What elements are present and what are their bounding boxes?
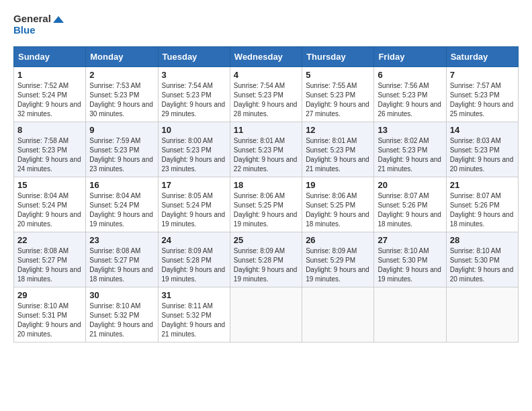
day-number: 9 <box>89 125 154 135</box>
calendar-table: SundayMondayTuesdayWednesdayThursdayFrid… <box>13 46 519 342</box>
day-number: 28 <box>450 235 515 245</box>
day-number: 19 <box>306 180 370 190</box>
calendar-cell: 6Sunrise: 7:56 AM Sunset: 5:23 PM Daylig… <box>374 67 446 122</box>
day-number: 30 <box>89 290 154 300</box>
day-info: Sunrise: 8:06 AM Sunset: 5:25 PM Dayligh… <box>234 191 298 229</box>
day-info: Sunrise: 8:01 AM Sunset: 5:23 PM Dayligh… <box>234 136 298 174</box>
day-number: 23 <box>89 235 154 245</box>
day-number: 20 <box>378 180 442 190</box>
day-number: 10 <box>162 125 226 135</box>
calendar-cell: 22Sunrise: 8:08 AM Sunset: 5:27 PM Dayli… <box>14 232 86 287</box>
calendar-cell: 28Sunrise: 8:10 AM Sunset: 5:30 PM Dayli… <box>446 232 518 287</box>
day-number: 13 <box>378 125 442 135</box>
calendar-header-thursday: Thursday <box>302 47 374 67</box>
calendar-cell: 7Sunrise: 7:57 AM Sunset: 5:23 PM Daylig… <box>446 67 518 122</box>
calendar-cell: 10Sunrise: 8:00 AM Sunset: 5:23 PM Dayli… <box>158 122 230 177</box>
day-number: 17 <box>162 180 226 190</box>
day-info: Sunrise: 8:04 AM Sunset: 5:24 PM Dayligh… <box>89 191 154 229</box>
day-info: Sunrise: 8:06 AM Sunset: 5:25 PM Dayligh… <box>306 191 370 229</box>
calendar-cell: 8Sunrise: 7:58 AM Sunset: 5:23 PM Daylig… <box>14 122 86 177</box>
calendar-cell: 14Sunrise: 8:03 AM Sunset: 5:23 PM Dayli… <box>446 122 518 177</box>
day-info: Sunrise: 8:10 AM Sunset: 5:32 PM Dayligh… <box>89 302 154 339</box>
day-info: Sunrise: 8:10 AM Sunset: 5:30 PM Dayligh… <box>450 246 515 284</box>
calendar-header-saturday: Saturday <box>446 47 518 67</box>
calendar-cell: 5Sunrise: 7:55 AM Sunset: 5:23 PM Daylig… <box>302 67 374 122</box>
day-number: 14 <box>450 125 515 135</box>
day-info: Sunrise: 8:08 AM Sunset: 5:27 PM Dayligh… <box>17 246 82 284</box>
day-info: Sunrise: 8:07 AM Sunset: 5:26 PM Dayligh… <box>450 191 515 229</box>
calendar-cell: 19Sunrise: 8:06 AM Sunset: 5:25 PM Dayli… <box>302 177 374 232</box>
day-info: Sunrise: 8:09 AM Sunset: 5:28 PM Dayligh… <box>162 246 226 284</box>
calendar-cell: 9Sunrise: 7:59 AM Sunset: 5:23 PM Daylig… <box>86 122 158 177</box>
calendar-header-wednesday: Wednesday <box>230 47 302 67</box>
calendar-cell: 31Sunrise: 8:11 AM Sunset: 5:32 PM Dayli… <box>158 287 230 342</box>
day-info: Sunrise: 8:10 AM Sunset: 5:30 PM Dayligh… <box>378 246 442 284</box>
calendar-cell: 29Sunrise: 8:10 AM Sunset: 5:31 PM Dayli… <box>14 287 86 342</box>
calendar-cell: 21Sunrise: 8:07 AM Sunset: 5:26 PM Dayli… <box>446 177 518 232</box>
day-number: 7 <box>450 70 515 80</box>
day-number: 4 <box>234 70 298 80</box>
day-info: Sunrise: 8:03 AM Sunset: 5:23 PM Dayligh… <box>450 136 515 174</box>
calendar-cell: 1Sunrise: 7:52 AM Sunset: 5:24 PM Daylig… <box>14 67 86 122</box>
day-info: Sunrise: 8:11 AM Sunset: 5:32 PM Dayligh… <box>162 302 226 339</box>
calendar-week-row: 15Sunrise: 8:04 AM Sunset: 5:24 PM Dayli… <box>14 177 519 232</box>
day-info: Sunrise: 7:52 AM Sunset: 5:24 PM Dayligh… <box>17 81 82 119</box>
day-info: Sunrise: 8:02 AM Sunset: 5:23 PM Dayligh… <box>378 136 442 174</box>
calendar-cell: 23Sunrise: 8:08 AM Sunset: 5:27 PM Dayli… <box>86 232 158 287</box>
day-info: Sunrise: 7:55 AM Sunset: 5:23 PM Dayligh… <box>306 81 370 119</box>
calendar-cell: 24Sunrise: 8:09 AM Sunset: 5:28 PM Dayli… <box>158 232 230 287</box>
day-number: 16 <box>89 180 154 190</box>
day-info: Sunrise: 7:57 AM Sunset: 5:23 PM Dayligh… <box>450 81 515 119</box>
calendar-cell: 20Sunrise: 8:07 AM Sunset: 5:26 PM Dayli… <box>374 177 446 232</box>
calendar-cell: 30Sunrise: 8:10 AM Sunset: 5:32 PM Dayli… <box>86 287 158 342</box>
day-number: 24 <box>162 235 226 245</box>
calendar-cell: 16Sunrise: 8:04 AM Sunset: 5:24 PM Dayli… <box>86 177 158 232</box>
calendar-cell: 25Sunrise: 8:09 AM Sunset: 5:28 PM Dayli… <box>230 232 302 287</box>
day-info: Sunrise: 7:53 AM Sunset: 5:23 PM Dayligh… <box>89 81 154 119</box>
calendar-week-row: 8Sunrise: 7:58 AM Sunset: 5:23 PM Daylig… <box>14 122 519 177</box>
calendar-cell: 11Sunrise: 8:01 AM Sunset: 5:23 PM Dayli… <box>230 122 302 177</box>
day-info: Sunrise: 8:08 AM Sunset: 5:27 PM Dayligh… <box>89 246 154 284</box>
calendar-header-monday: Monday <box>86 47 158 67</box>
day-info: Sunrise: 8:04 AM Sunset: 5:24 PM Dayligh… <box>17 191 82 229</box>
day-info: Sunrise: 7:54 AM Sunset: 5:23 PM Dayligh… <box>162 81 226 119</box>
day-number: 1 <box>17 70 82 80</box>
day-number: 6 <box>378 70 442 80</box>
day-info: Sunrise: 7:59 AM Sunset: 5:23 PM Dayligh… <box>89 136 154 174</box>
calendar-cell: 13Sunrise: 8:02 AM Sunset: 5:23 PM Dayli… <box>374 122 446 177</box>
day-number: 27 <box>378 235 442 245</box>
calendar-header-sunday: Sunday <box>14 47 86 67</box>
calendar-cell <box>374 287 446 342</box>
calendar-cell: 3Sunrise: 7:54 AM Sunset: 5:23 PM Daylig… <box>158 67 230 122</box>
day-number: 21 <box>450 180 515 190</box>
day-info: Sunrise: 8:09 AM Sunset: 5:28 PM Dayligh… <box>234 246 298 284</box>
page-header: General Blue <box>13 13 519 36</box>
day-number: 22 <box>17 235 82 245</box>
day-info: Sunrise: 7:58 AM Sunset: 5:23 PM Dayligh… <box>17 136 82 174</box>
calendar-cell <box>302 287 374 342</box>
calendar-cell: 17Sunrise: 8:05 AM Sunset: 5:24 PM Dayli… <box>158 177 230 232</box>
day-info: Sunrise: 8:07 AM Sunset: 5:26 PM Dayligh… <box>378 191 442 229</box>
calendar-cell <box>446 287 518 342</box>
calendar-cell <box>230 287 302 342</box>
day-info: Sunrise: 8:10 AM Sunset: 5:31 PM Dayligh… <box>17 302 82 339</box>
day-info: Sunrise: 7:56 AM Sunset: 5:23 PM Dayligh… <box>378 81 442 119</box>
day-info: Sunrise: 7:54 AM Sunset: 5:23 PM Dayligh… <box>234 81 298 119</box>
calendar-week-row: 29Sunrise: 8:10 AM Sunset: 5:31 PM Dayli… <box>14 287 519 342</box>
calendar-header-tuesday: Tuesday <box>158 47 230 67</box>
day-number: 3 <box>162 70 226 80</box>
calendar-header-friday: Friday <box>374 47 446 67</box>
calendar-cell: 2Sunrise: 7:53 AM Sunset: 5:23 PM Daylig… <box>86 67 158 122</box>
day-number: 11 <box>234 125 298 135</box>
calendar-cell: 27Sunrise: 8:10 AM Sunset: 5:30 PM Dayli… <box>374 232 446 287</box>
day-info: Sunrise: 8:09 AM Sunset: 5:29 PM Dayligh… <box>306 246 370 284</box>
logo: General Blue <box>13 13 64 36</box>
day-number: 15 <box>17 180 82 190</box>
calendar-week-row: 1Sunrise: 7:52 AM Sunset: 5:24 PM Daylig… <box>14 67 519 122</box>
day-number: 26 <box>306 235 370 245</box>
day-number: 2 <box>89 70 154 80</box>
day-number: 5 <box>306 70 370 80</box>
day-info: Sunrise: 8:00 AM Sunset: 5:23 PM Dayligh… <box>162 136 226 174</box>
calendar-header-row: SundayMondayTuesdayWednesdayThursdayFrid… <box>14 47 519 67</box>
calendar-cell: 18Sunrise: 8:06 AM Sunset: 5:25 PM Dayli… <box>230 177 302 232</box>
